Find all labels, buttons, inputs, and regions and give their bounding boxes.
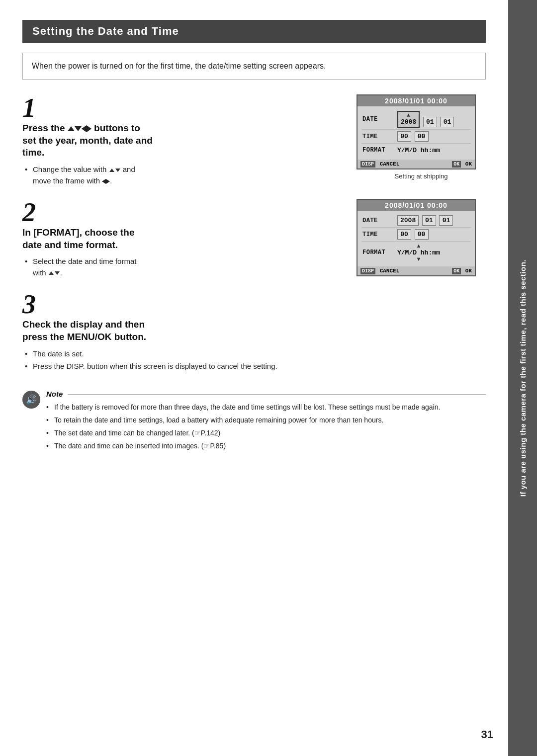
screen-2-format-value: Y/M/D hh:mm xyxy=(397,249,440,256)
ok-btn-1: OK xyxy=(452,161,461,168)
screen-1-cancel: DISP CANCEL xyxy=(360,161,399,167)
step-3-title-text: Check the display and thenpress the MENU… xyxy=(22,319,146,342)
right-sidebar: If you are using the camera for the firs… xyxy=(508,0,537,756)
screen-1-date-month: 01 xyxy=(423,117,437,127)
step-3-title: Check the display and thenpress the MENU… xyxy=(22,319,347,343)
arrow-left-icon xyxy=(82,125,87,132)
note-bullets: If the battery is removed for more than … xyxy=(46,402,486,451)
step-1-row: 1 Press the buttons toset the year, mont… xyxy=(22,94,486,188)
screen-2-time-label: TIME xyxy=(362,231,397,238)
page-title: Setting the Date and Time xyxy=(32,25,179,37)
screen-1-date-row: DATE ▲ 2008 01 01 xyxy=(361,109,471,130)
step-3-bullets: The date is set. Press the DISP. button … xyxy=(25,348,347,372)
screen-1-time-h: 00 xyxy=(397,131,411,142)
screen-2-date-day: 01 xyxy=(439,215,453,226)
step-1-left: 1 Press the buttons toset the year, mont… xyxy=(22,94,347,188)
step-3-number: 3 xyxy=(22,291,347,318)
note-icon: 🔊 xyxy=(22,391,40,409)
step-3-bullet-1: The date is set. xyxy=(25,348,347,360)
step2-arrow-down-icon xyxy=(55,271,60,275)
note-bullet-3: The set date and time can be changed lat… xyxy=(46,428,486,438)
screen-2-body: DATE 2008 01 01 TIME 00 xyxy=(358,211,475,266)
screen-2-date-row: DATE 2008 01 01 xyxy=(361,214,471,228)
disp-btn-1: DISP xyxy=(360,161,375,168)
screen-1-format-value: Y/M/D hh:mm xyxy=(397,147,470,154)
note-bullet-1: If the battery is removed for more than … xyxy=(46,402,486,413)
note-icon-symbol: 🔊 xyxy=(26,394,37,405)
page-number: 31 xyxy=(481,728,493,741)
screen-2-footer: DISP CANCEL OK OK xyxy=(358,266,475,275)
bullet-arrow-right-icon xyxy=(106,179,110,184)
screen-1-format-label: FORMAT xyxy=(362,147,397,154)
intro-text: When the power is turned on for the firs… xyxy=(32,62,326,70)
step-1-right: 2008/01/01 00:00 DATE ▲ 2008 01 xyxy=(357,94,486,180)
screen-2-format-arrow-up: ▲ xyxy=(397,243,440,249)
screen-2-date-year: 2008 xyxy=(397,215,419,226)
screen-2-ok: OK OK xyxy=(452,268,472,274)
note-row: 🔊 Note If the battery is removed for mor… xyxy=(22,390,486,454)
main-content: Setting the Date and Time When the power… xyxy=(0,0,508,756)
page-container: Setting the Date and Time When the power… xyxy=(0,0,537,756)
step-1-bullets: Change the value with andmove the frame … xyxy=(25,164,347,186)
screen-2-date-label: DATE xyxy=(362,217,397,224)
screen-1-time-label: TIME xyxy=(362,133,397,140)
note-bullet-2: To retain the date and time settings, lo… xyxy=(46,415,486,425)
screen-2-date-month: 01 xyxy=(422,215,436,226)
step-2-right: 2008/01/01 00:00 DATE 2008 01 01 xyxy=(357,199,486,279)
screen-1-footer: DISP CANCEL OK OK xyxy=(358,160,475,168)
step-3-bullet-2: Press the DISP. button when this screen … xyxy=(25,361,347,372)
screen-2-time-h: 00 xyxy=(397,229,411,240)
step2-arrow-up-icon xyxy=(49,271,54,275)
screen-1-date-day: 01 xyxy=(440,117,454,127)
step-2-left: 2 In [FORMAT], choose thedate and time f… xyxy=(22,199,347,280)
screen-1-body: DATE ▲ 2008 01 01 xyxy=(358,106,475,160)
note-header-line: Note xyxy=(46,390,486,398)
note-title: Note xyxy=(46,390,63,398)
screen-1-format-row: FORMAT Y/M/D hh:mm xyxy=(361,144,471,157)
screen-2-format-row: FORMAT ▲ Y/M/D hh:mm ▼ xyxy=(361,242,471,263)
screen-2-format-arrow-down: ▼ xyxy=(397,256,440,262)
arrow-down-icon xyxy=(75,126,82,131)
header-box: Setting the Date and Time xyxy=(22,20,486,43)
intro-box: When the power is turned on for the firs… xyxy=(22,53,486,80)
disp-btn-2: DISP xyxy=(360,268,375,274)
screen-2-time-row: TIME 00 00 xyxy=(361,228,471,242)
bullet-arrow-left-icon xyxy=(102,179,106,184)
note-dashes xyxy=(68,394,486,395)
screen-1-time-m: 00 xyxy=(415,131,429,142)
step-2-title: In [FORMAT], choose thedate and time for… xyxy=(22,227,347,251)
step-1-title: Press the buttons toset the year, month,… xyxy=(22,122,347,159)
step-3-left: 3 Check the display and thenpress the ME… xyxy=(22,291,347,373)
camera-screen-2: 2008/01/01 00:00 DATE 2008 01 01 xyxy=(357,199,476,276)
step-1-number: 1 xyxy=(22,94,347,121)
step-1-bullet-1: Change the value with andmove the frame … xyxy=(25,164,347,186)
screen-2-header: 2008/01/01 00:00 xyxy=(358,200,475,211)
step-2-number: 2 xyxy=(22,199,347,226)
screen-year-arrow-up: ▲ xyxy=(401,113,416,118)
screen-2-format-container: ▲ Y/M/D hh:mm ▼ xyxy=(397,243,440,262)
step-2-title-text: In [FORMAT], choose thedate and time for… xyxy=(22,227,135,250)
screen-1-time-row: TIME 00 00 xyxy=(361,130,471,144)
screen-2-format-label: FORMAT xyxy=(362,249,397,256)
bullet-arrow-down-icon xyxy=(115,168,120,172)
note-content: Note If the battery is removed for more … xyxy=(46,390,486,454)
note-bullet-4: The date and time can be inserted into i… xyxy=(46,441,486,451)
step-2-row: 2 In [FORMAT], choose thedate and time f… xyxy=(22,199,486,280)
arrow-right-icon xyxy=(87,125,91,132)
screen-2-time-m: 00 xyxy=(415,229,429,240)
camera-screen-1: 2008/01/01 00:00 DATE ▲ 2008 01 xyxy=(357,94,476,169)
step-3-row: 3 Check the display and thenpress the ME… xyxy=(22,291,486,373)
screen-1-date-year: ▲ 2008 xyxy=(397,111,420,128)
note-section: 🔊 Note If the battery is removed for mor… xyxy=(22,385,486,454)
step-2-bullet-1: Select the date and time formatwith . xyxy=(25,256,347,278)
screen-1-date-label: DATE xyxy=(362,116,397,123)
bullet-arrow-up-icon xyxy=(109,168,114,172)
screen-1-ok: OK OK xyxy=(452,161,472,167)
arrow-up-icon xyxy=(68,126,75,131)
sidebar-text: If you are using the camera for the firs… xyxy=(519,259,527,497)
screen-1-header: 2008/01/01 00:00 xyxy=(358,95,475,106)
ok-btn-2: OK xyxy=(452,268,461,274)
screen-1-caption: Setting at shipping xyxy=(357,172,486,180)
step-2-bullets: Select the date and time formatwith . xyxy=(25,256,347,278)
screen-2-cancel: DISP CANCEL xyxy=(360,268,399,274)
